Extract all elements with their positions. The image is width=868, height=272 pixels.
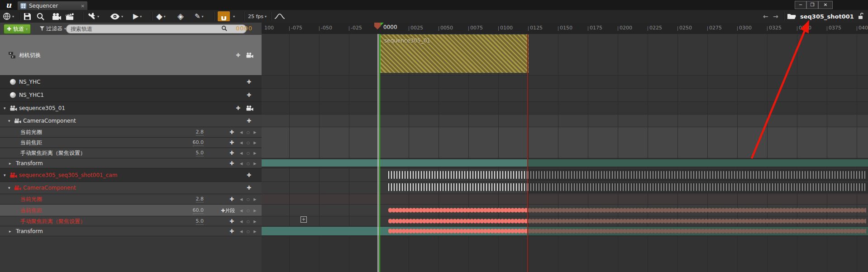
render-movie-icon[interactable]	[65, 11, 74, 21]
add-camera-cut-button[interactable]: ✚	[236, 52, 240, 58]
track-row-transform[interactable]: ▸ Transform ✚ ◀ ○ ▶	[0, 158, 262, 168]
forward-icon[interactable]: →	[773, 11, 778, 21]
add-section-button[interactable]: ✚片段	[221, 207, 235, 214]
track-row-manual-focus-2[interactable]: 手动聚焦距离（聚焦设置） 5.0 ✚ ◀ ○ ▶	[0, 216, 262, 226]
transform-section-bar[interactable]	[262, 159, 528, 167]
key-nav-arrows[interactable]: ◀ ○ ▶	[240, 151, 258, 155]
track-row-camera-component[interactable]: ▾ CameraComponent ✚	[0, 115, 262, 127]
track-row-camera-cuts[interactable]: 相机切换 ✚	[0, 35, 262, 76]
lock-icon[interactable]	[857, 11, 864, 21]
search-track-input[interactable]: 搜索轨道	[66, 24, 247, 33]
property-value[interactable]: 2.8	[196, 196, 204, 203]
minimize-button[interactable]: ─	[795, 1, 806, 9]
find-in-browser-icon[interactable]	[36, 11, 45, 21]
lane-sequence305-01[interactable]	[262, 102, 868, 115]
tab-close-icon[interactable]: ✕	[81, 4, 85, 9]
track-row-camera-component-2[interactable]: ▾ CameraComponent ✚	[0, 182, 262, 194]
tab-sequencer[interactable]: Sequencer ✕	[17, 1, 88, 10]
current-sequence-name[interactable]: seq305_shot001	[800, 11, 854, 21]
track-row-ns-yhc1[interactable]: NS_YHC1 ✚	[0, 89, 262, 102]
track-row-manual-focus[interactable]: 手动聚焦距离（聚焦设置） 5.0 ✚ ◀ ○ ▶	[0, 148, 262, 158]
key-nav-arrows[interactable]: ◀ ○ ▶	[240, 161, 258, 165]
add-track-button[interactable]: ✚ 轨道 ▾	[4, 24, 31, 34]
keyframe-dots-bright[interactable]	[388, 207, 528, 213]
filter-button[interactable]: 过滤器 ▾	[40, 24, 66, 33]
shot-section-sequence305-01[interactable]: sequence305_01	[380, 34, 529, 73]
camera-lock-icon[interactable]	[246, 52, 253, 58]
timeline-area[interactable]: sequence305_01 +	[262, 34, 868, 272]
keyframe-barcode-dim[interactable]	[528, 171, 866, 179]
add-key-button[interactable]: ✚	[229, 129, 234, 135]
expander-icon[interactable]: ▾	[4, 173, 6, 177]
lane-camera-cuts[interactable]	[262, 34, 868, 76]
add-track-to-actor-button[interactable]: ✚	[236, 105, 240, 111]
add-section-button[interactable]: ✚	[247, 118, 251, 124]
world-icon[interactable]: ▾	[3, 11, 14, 21]
transform-section-bar-dim[interactable]	[528, 159, 868, 167]
playhead-line[interactable]	[377, 34, 379, 272]
track-row-sequence305-01[interactable]: ▾ sequence305_01 ✚	[0, 102, 262, 115]
close-button[interactable]: ✕	[818, 1, 833, 9]
back-icon[interactable]: ←	[763, 11, 768, 21]
keyframe-barcode-bright[interactable]	[388, 171, 528, 179]
add-key-button[interactable]: ✚	[229, 139, 234, 146]
camera-icon[interactable]	[52, 11, 62, 21]
add-track-to-actor-button[interactable]: ✚	[247, 172, 251, 178]
track-row-current-aperture[interactable]: 当前光圈 2.8 ✚ ◀ ○ ▶	[0, 127, 262, 137]
keyframe-diamond-icon[interactable]: ◆ ▾	[156, 11, 166, 21]
add-section-button[interactable]: ✚	[247, 79, 251, 85]
expander-icon[interactable]: ▾	[8, 186, 10, 190]
keyframe-dots-dim[interactable]	[528, 207, 866, 213]
keyframe-dots-bright[interactable]	[388, 218, 528, 224]
folder-icon[interactable]	[787, 11, 796, 21]
add-section-button[interactable]: ✚	[247, 185, 251, 191]
fps-dropdown[interactable]: 25 fps ▾	[248, 11, 267, 21]
add-key-button[interactable]: ✚	[229, 218, 234, 224]
keyframe-barcode-dim[interactable]	[528, 183, 866, 191]
key-nav-arrows[interactable]: ◀ ○ ▶	[240, 229, 258, 233]
add-key-button[interactable]: ✚	[229, 196, 234, 202]
add-key-button[interactable]: ✚	[229, 160, 234, 167]
keyframe-barcode-bright[interactable]	[388, 183, 528, 191]
track-row-current-focal-2[interactable]: 当前焦距 60.0 ✚片段 ◀ ○ ▶	[0, 205, 262, 216]
edit-pencil-icon[interactable]: ✎ ▾	[195, 11, 204, 21]
track-row-ns-yhc[interactable]: NS_YHC ✚	[0, 76, 262, 89]
lane-current-aperture-2[interactable]	[262, 194, 868, 205]
track-row-current-aperture-2[interactable]: 当前光圈 2.8 ✚ ◀ ○ ▶	[0, 194, 262, 204]
current-frame-field[interactable]: 0000	[236, 25, 253, 32]
property-value[interactable]: 5.0	[196, 150, 204, 157]
maximize-button[interactable]: ❐	[806, 1, 818, 9]
property-value[interactable]: 60.0	[193, 207, 204, 214]
lane-camera-component[interactable]	[262, 115, 868, 127]
key-nav-arrows[interactable]: ◀ ○ ▶	[240, 208, 258, 212]
track-row-transform-2[interactable]: ▸ Transform ✚ ◀ ○ ▶	[0, 226, 262, 236]
snap-options-caret[interactable]: ▾	[233, 11, 235, 21]
lane-property-group[interactable]	[262, 127, 868, 158]
property-value[interactable]: 60.0	[193, 139, 204, 146]
add-key-button[interactable]: ✚	[229, 150, 234, 156]
property-value[interactable]: 5.0	[196, 218, 204, 224]
save-icon[interactable]	[24, 11, 31, 21]
snap-magnet-icon[interactable]	[218, 11, 230, 21]
add-section-button[interactable]: ✚	[247, 92, 251, 98]
lane-ns-yhc[interactable]	[262, 76, 868, 89]
key-nav-arrows[interactable]: ◀ ○ ▶	[240, 219, 258, 223]
lane-ns-yhc1[interactable]	[262, 89, 868, 102]
timeline-ruler[interactable]: 100-075-050-0250025005000750100012501500…	[262, 23, 868, 34]
section-marker-icon[interactable]: +	[300, 216, 307, 223]
track-row-shot-camera[interactable]: ▾ sequence305_seq305_shot001_cam ✚	[0, 168, 262, 182]
expander-icon[interactable]: ▾	[4, 106, 6, 110]
auto-key-icon[interactable]: ◈	[177, 11, 184, 21]
key-nav-arrows[interactable]: ◀ ○ ▶	[240, 130, 258, 134]
playback-options-icon[interactable]: ▶ ▾	[133, 11, 142, 21]
key-nav-arrows[interactable]: ◀ ○ ▶	[240, 197, 258, 201]
camera-toggle-icon[interactable]	[246, 105, 253, 111]
add-key-button[interactable]: ✚	[229, 228, 234, 234]
expander-icon[interactable]: ▾	[8, 119, 10, 123]
keyframe-dots-bright[interactable]	[388, 228, 528, 234]
property-value[interactable]: 2.8	[196, 129, 204, 136]
settings-wrench-icon[interactable]: ▾	[88, 11, 99, 21]
view-options-eye-icon[interactable]: ▾	[110, 11, 123, 21]
expander-icon[interactable]: ▸	[9, 161, 11, 166]
key-nav-arrows[interactable]: ◀ ○ ▶	[240, 141, 258, 145]
